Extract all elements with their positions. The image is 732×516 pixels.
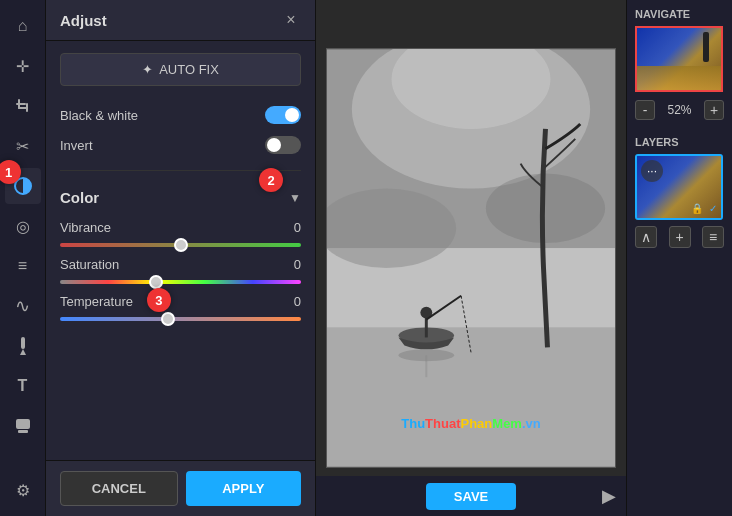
temperature-track[interactable] bbox=[60, 317, 301, 321]
zoom-in-button[interactable]: + bbox=[704, 100, 724, 120]
saturation-slider-row: Saturation 0 3 bbox=[60, 257, 301, 284]
adjust-tool[interactable]: 1 bbox=[5, 168, 41, 204]
color-section-title: Color bbox=[60, 189, 99, 206]
vibrance-label-row: Vibrance 0 bbox=[60, 220, 301, 235]
canvas-area: ThuThuatPhanMem.vn SAVE ▶ bbox=[316, 0, 626, 516]
annotation-1: 1 bbox=[0, 160, 21, 184]
text-tool[interactable]: T bbox=[5, 368, 41, 404]
watermark-mem: Mem bbox=[492, 416, 522, 431]
effects-tool[interactable]: ◎ bbox=[5, 208, 41, 244]
svg-rect-5 bbox=[21, 337, 25, 349]
layers-controls: ∧ + ≡ bbox=[635, 226, 724, 248]
scene-svg bbox=[327, 49, 615, 467]
canvas-footer: SAVE ▶ bbox=[316, 476, 626, 516]
invert-label: Invert bbox=[60, 138, 93, 153]
lock-icon: 🔒 bbox=[691, 203, 703, 214]
navigate-section: Navigate - 52% + bbox=[635, 8, 724, 132]
toggle-knob-invert bbox=[267, 138, 281, 152]
settings-tool[interactable]: ⚙ bbox=[5, 472, 41, 508]
svg-rect-13 bbox=[327, 328, 615, 467]
zoom-value: 52% bbox=[667, 103, 691, 117]
svg-rect-8 bbox=[18, 430, 28, 433]
nav-tree bbox=[703, 32, 709, 62]
cancel-button[interactable]: CANCEL bbox=[60, 471, 178, 506]
layer-thumbnail: ··· 🔒 ✓ bbox=[635, 154, 723, 220]
color-section-header[interactable]: Color ▼ bbox=[60, 181, 301, 210]
vibrance-track[interactable] bbox=[60, 243, 301, 247]
temperature-value: 0 bbox=[281, 294, 301, 309]
paint-tool[interactable] bbox=[5, 328, 41, 364]
layers-tool[interactable]: ≡ bbox=[5, 248, 41, 284]
expand-icon[interactable]: ▶ bbox=[602, 485, 616, 507]
vibrance-value: 0 bbox=[281, 220, 301, 235]
move-tool[interactable]: ✛ bbox=[5, 48, 41, 84]
check-icon: ✓ bbox=[709, 203, 717, 214]
close-button[interactable]: × bbox=[281, 10, 301, 30]
temperature-label: Temperature bbox=[60, 294, 133, 309]
save-button[interactable]: SAVE bbox=[426, 483, 516, 510]
saturation-thumb[interactable] bbox=[149, 275, 163, 289]
layers-title: Layers bbox=[635, 136, 724, 148]
watermark-phan: Phan bbox=[461, 416, 493, 431]
layers-section: Layers ··· 🔒 ✓ ∧ + ≡ bbox=[635, 136, 724, 248]
svg-rect-3 bbox=[16, 103, 26, 105]
home-icon[interactable]: ⌂ bbox=[5, 8, 41, 44]
temperature-slider-row: Temperature 0 bbox=[60, 294, 301, 321]
layer-add-button[interactable]: + bbox=[669, 226, 691, 248]
watermark: ThuThuatPhanMem.vn bbox=[401, 416, 540, 431]
vibrance-slider-row: Vibrance 0 bbox=[60, 220, 301, 247]
right-panel: Navigate - 52% + Layers ··· 🔒 ✓ ∧ + ≡ bbox=[626, 0, 732, 516]
black-white-toggle-row: Black & white bbox=[60, 100, 301, 130]
panel-title: Adjust bbox=[60, 12, 107, 29]
black-white-toggle[interactable] bbox=[265, 106, 301, 124]
panel-header: Adjust × bbox=[46, 0, 315, 41]
adjust-panel: Adjust × ✦ AUTO FIX Black & white Invert… bbox=[46, 0, 316, 516]
saturation-value: 0 bbox=[281, 257, 301, 272]
saturation-track[interactable]: 3 bbox=[60, 280, 301, 284]
annotation-3: 3 bbox=[147, 288, 171, 312]
svg-marker-6 bbox=[20, 349, 26, 355]
saturation-label: Saturation bbox=[60, 257, 119, 272]
apply-button[interactable]: APPLY bbox=[186, 471, 302, 506]
navigate-title: Navigate bbox=[635, 8, 724, 20]
watermark-vn: .vn bbox=[522, 416, 541, 431]
stamp-tool[interactable] bbox=[5, 408, 41, 444]
svg-rect-2 bbox=[26, 103, 28, 112]
invert-toggle-row: Invert bbox=[60, 130, 301, 160]
image-container: ThuThuatPhanMem.vn bbox=[326, 48, 616, 468]
layer-options-button[interactable]: ··· bbox=[641, 160, 663, 182]
svg-rect-7 bbox=[16, 419, 30, 429]
zoom-out-button[interactable]: - bbox=[635, 100, 655, 120]
zoom-row: - 52% + bbox=[635, 100, 724, 120]
cut-tool[interactable]: ✂ bbox=[5, 128, 41, 164]
nav-water bbox=[637, 66, 721, 90]
auto-fix-icon: ✦ bbox=[142, 62, 153, 77]
section-divider bbox=[60, 170, 301, 171]
layer-menu-button[interactable]: ≡ bbox=[702, 226, 724, 248]
black-white-label: Black & white bbox=[60, 108, 138, 123]
panel-body: ✦ AUTO FIX Black & white Invert Color ▼ bbox=[46, 41, 315, 460]
panel-footer: CANCEL APPLY bbox=[46, 460, 315, 516]
crop-tool[interactable] bbox=[5, 88, 41, 124]
auto-fix-label: AUTO FIX bbox=[159, 62, 219, 77]
svg-point-15 bbox=[486, 174, 605, 244]
vibrance-label: Vibrance bbox=[60, 220, 111, 235]
watermark-thu: Thu bbox=[401, 416, 425, 431]
vibrance-thumb[interactable] bbox=[174, 238, 188, 252]
chevron-down-icon: ▼ bbox=[289, 191, 301, 205]
saturation-label-row: Saturation 0 bbox=[60, 257, 301, 272]
brush-tool[interactable]: ∿ bbox=[5, 288, 41, 324]
watermark-thuat: Thuat bbox=[425, 416, 460, 431]
auto-fix-button[interactable]: ✦ AUTO FIX bbox=[60, 53, 301, 86]
left-toolbar: ⌂ ✛ ✂ 1 ◎ ≡ ∿ T ⚙ bbox=[0, 0, 46, 516]
layer-up-button[interactable]: ∧ bbox=[635, 226, 657, 248]
invert-toggle[interactable] bbox=[265, 136, 301, 154]
toggle-knob-bw bbox=[285, 108, 299, 122]
navigate-preview bbox=[635, 26, 723, 92]
temperature-label-row: Temperature 0 bbox=[60, 294, 301, 309]
temperature-thumb[interactable] bbox=[161, 312, 175, 326]
